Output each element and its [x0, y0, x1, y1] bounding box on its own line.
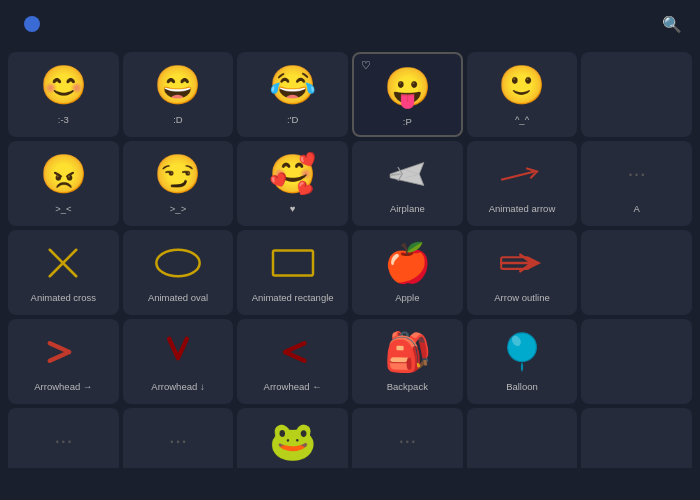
sticker-card[interactable]: 🎒Backpack: [352, 319, 463, 404]
sticker-icon: 😄: [127, 60, 230, 110]
sticker-label: Animated oval: [148, 292, 208, 303]
sticker-label: Balloon: [506, 381, 538, 392]
sticker-icon: 😊: [12, 60, 115, 110]
sticker-icon: [12, 238, 115, 288]
sticker-icon: ···: [12, 416, 115, 466]
svg-rect-4: [273, 251, 313, 276]
sticker-icon: [12, 327, 115, 377]
sticker-icon: 🍎: [356, 238, 459, 288]
sticker-card[interactable]: 😄:D: [123, 52, 234, 137]
sticker-icon: [127, 327, 230, 377]
sticker-icon: 😛: [358, 62, 457, 112]
sticker-card[interactable]: Arrowhead ↓: [123, 319, 234, 404]
search-button[interactable]: 🔍: [660, 12, 684, 36]
sticker-label: Apple: [395, 292, 419, 303]
sticker-icon: 😂: [241, 60, 344, 110]
sticker-card[interactable]: [581, 319, 692, 404]
sticker-icon: ···: [356, 416, 459, 466]
sticker-label: Airplane: [390, 203, 425, 214]
sticker-label: :'D: [287, 114, 298, 125]
sticker-card[interactable]: 😏>_>: [123, 141, 234, 226]
sticker-card[interactable]: [581, 52, 692, 137]
sticker-label: Animated cross: [31, 292, 96, 303]
header: 🔍: [0, 0, 700, 40]
sticker-label: >_>: [170, 203, 186, 214]
sticker-icon: 🎒: [356, 327, 459, 377]
sticker-card[interactable]: Arrowhead →: [8, 319, 119, 404]
sticker-icon: [585, 327, 688, 377]
sticker-icon: ···: [127, 416, 230, 466]
sticker-label: Animated rectangle: [252, 292, 334, 303]
sticker-card[interactable]: [467, 408, 578, 468]
sticker-card[interactable]: Animated cross: [8, 230, 119, 315]
sticker-icon: [471, 149, 574, 199]
sticker-card[interactable]: Balloon: [467, 319, 578, 404]
sticker-card[interactable]: Animated oval: [123, 230, 234, 315]
sticker-card[interactable]: Animated arrow: [467, 141, 578, 226]
sticker-icon: ···: [585, 149, 688, 199]
sticker-label: >_<: [55, 203, 71, 214]
stickers-panel: 🔍 😊:-3😄:D😂:'D♡😛:P🙂^_^😠>_<😏>_>🥰♥ Airplane…: [0, 0, 700, 468]
svg-point-7: [508, 333, 537, 362]
sticker-icon: [356, 149, 459, 199]
sticker-card[interactable]: 🥰♥: [237, 141, 348, 226]
sticker-icon: 😠: [12, 149, 115, 199]
sticker-label: :P: [403, 116, 412, 127]
sticker-label: Arrowhead →: [34, 381, 92, 392]
sticker-label: A: [633, 203, 639, 214]
sticker-card[interactable]: 🙂^_^: [467, 52, 578, 137]
sticker-icon: [241, 327, 344, 377]
header-left: [16, 16, 40, 32]
sticker-icon: 🙂: [471, 60, 574, 110]
sticker-card[interactable]: 😠>_<: [8, 141, 119, 226]
sticker-card[interactable]: 😂:'D: [237, 52, 348, 137]
sticker-icon: [127, 238, 230, 288]
sticker-grid: 😊:-3😄:D😂:'D♡😛:P🙂^_^😠>_<😏>_>🥰♥ Airplane A…: [0, 48, 700, 468]
sticker-card[interactable]: [581, 230, 692, 315]
sticker-icon: [471, 327, 574, 377]
sticker-card[interactable]: [581, 408, 692, 468]
sticker-label: Backpack: [387, 381, 428, 392]
sticker-label: Arrow outline: [494, 292, 549, 303]
sticker-card[interactable]: Arrowhead ←: [237, 319, 348, 404]
sticker-card[interactable]: ♡😛:P: [352, 52, 463, 137]
sticker-icon: [585, 60, 688, 110]
now-label: [0, 40, 700, 48]
sticker-card[interactable]: ···Dl4...: [352, 408, 463, 468]
sticker-card[interactable]: Arrow outline: [467, 230, 578, 315]
sticker-card[interactable]: ···A: [581, 141, 692, 226]
sticker-card[interactable]: Animated rectangle: [237, 230, 348, 315]
sticker-icon: 😏: [127, 149, 230, 199]
sticker-label: Arrowhead ↓: [151, 381, 204, 392]
sticker-icon: [241, 238, 344, 288]
sticker-label: ^_^: [515, 114, 529, 125]
sticker-card[interactable]: ···: [8, 408, 119, 468]
heart-badge: ♡: [361, 59, 371, 72]
svg-marker-6: [529, 257, 541, 269]
sticker-label: :D: [173, 114, 183, 125]
sticker-icon: [585, 416, 688, 466]
sticker-card[interactable]: 🍎Apple: [352, 230, 463, 315]
sticker-icon: [471, 416, 574, 466]
svg-point-3: [156, 250, 199, 277]
sticker-icon: [585, 238, 688, 288]
sticker-card[interactable]: ···: [123, 408, 234, 468]
sticker-card[interactable]: 😊:-3: [8, 52, 119, 137]
sticker-label: ♥: [290, 203, 296, 214]
sticker-label: Arrowhead ←: [264, 381, 322, 392]
svg-line-0: [501, 172, 534, 180]
sticker-icon: 🥰: [241, 149, 344, 199]
sticker-card[interactable]: 🐸: [237, 408, 348, 468]
sticker-card[interactable]: Airplane: [352, 141, 463, 226]
help-button[interactable]: [24, 16, 40, 32]
sticker-icon: 🐸: [241, 416, 344, 466]
sticker-label: :-3: [58, 114, 69, 125]
sticker-icon: [471, 238, 574, 288]
sticker-label: Animated arrow: [489, 203, 556, 214]
